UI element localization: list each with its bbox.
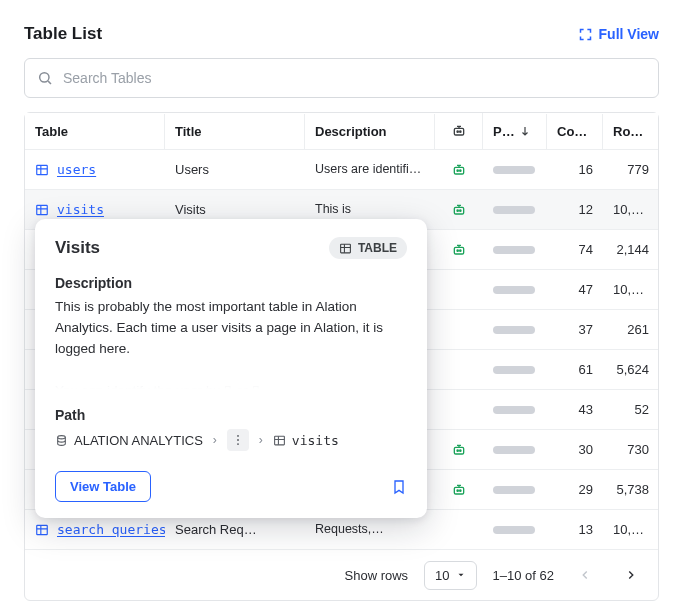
robot-icon: [451, 162, 467, 178]
search-icon: [37, 70, 53, 86]
col-description[interactable]: Description: [305, 114, 435, 149]
cols-cell: 37: [547, 312, 603, 347]
svg-point-13: [457, 250, 458, 251]
popularity-cell: [483, 476, 547, 504]
popularity-cell: [483, 396, 547, 424]
col-popularity[interactable]: P…: [483, 114, 547, 149]
bookmark-button[interactable]: [391, 478, 407, 496]
svg-point-16: [457, 450, 458, 451]
popularity-cell: [483, 196, 547, 224]
search-box[interactable]: [24, 58, 659, 98]
rows-cell: 5,738: [603, 472, 659, 507]
view-table-button[interactable]: View Table: [55, 471, 151, 502]
popularity-cell: [483, 276, 547, 304]
robot-icon: [451, 482, 467, 498]
svg-point-11: [460, 210, 461, 211]
svg-point-20: [460, 490, 461, 491]
svg-point-24: [237, 435, 239, 437]
popover-title: Visits: [55, 238, 100, 258]
page-size-select[interactable]: 10: [424, 561, 476, 590]
col-table[interactable]: Table: [25, 114, 165, 149]
robot-icon: [451, 202, 467, 218]
svg-point-3: [459, 131, 460, 132]
cols-cell: 47: [547, 272, 603, 307]
rows-cell: 10,000: [603, 192, 659, 227]
chevron-right-icon: ›: [213, 433, 217, 447]
table-header: Table Title Description P… Co… Ro…: [25, 113, 658, 150]
svg-point-0: [40, 73, 49, 82]
bot-indicator: [435, 320, 483, 340]
preview-popover: Visits TABLE Description This is probabl…: [35, 219, 427, 518]
rows-cell: 2,144: [603, 232, 659, 267]
svg-rect-4: [37, 165, 48, 174]
table-footer: Show rows 10 1–10 of 62: [25, 550, 658, 600]
page-range: 1–10 of 62: [493, 568, 554, 583]
bot-indicator: [435, 192, 483, 228]
popularity-cell: [483, 156, 547, 184]
rows-cell: 779: [603, 152, 659, 187]
object-type-chip: TABLE: [329, 237, 407, 259]
cols-cell: 16: [547, 152, 603, 187]
path-heading: Path: [55, 407, 407, 423]
page-size-value: 10: [435, 568, 449, 583]
table-name-link[interactable]: users: [25, 152, 165, 187]
chip-label: TABLE: [358, 241, 397, 255]
robot-icon: [451, 123, 467, 139]
table-row[interactable]: usersUsersUsers are identified b…16779: [25, 150, 658, 190]
data-table: Table Title Description P… Co… Ro… users…: [24, 112, 659, 601]
cols-cell: 61: [547, 352, 603, 387]
rows-cell: 730: [603, 432, 659, 467]
col-title[interactable]: Title: [165, 114, 305, 149]
cols-cell: 13: [547, 512, 603, 547]
rows-cell: 5,624: [603, 352, 659, 387]
svg-point-6: [457, 170, 458, 171]
col-bot[interactable]: [435, 113, 483, 149]
popularity-cell: [483, 516, 547, 544]
expand-icon: [578, 27, 593, 42]
svg-point-14: [460, 250, 461, 251]
rows-cell: 10,000: [603, 512, 659, 547]
svg-point-26: [237, 443, 239, 445]
robot-icon: [451, 442, 467, 458]
description-heading: Description: [55, 275, 407, 291]
bot-indicator: [435, 400, 483, 420]
sort-down-icon: [519, 125, 531, 137]
table-icon: [339, 242, 352, 255]
path-database[interactable]: ALATION ANALYTICS: [55, 433, 203, 448]
table-desc: Users are identified b…: [305, 151, 435, 187]
svg-point-23: [58, 435, 66, 438]
table-icon: [35, 523, 49, 537]
popularity-cell: [483, 356, 547, 384]
prev-page-button[interactable]: [570, 560, 600, 590]
cols-cell: 43: [547, 392, 603, 427]
table-icon: [273, 434, 286, 447]
bot-indicator: [435, 152, 483, 188]
table-icon: [35, 163, 49, 177]
bot-indicator: [435, 360, 483, 380]
full-view-button[interactable]: Full View: [578, 26, 659, 42]
next-page-button[interactable]: [616, 560, 646, 590]
bot-indicator: [435, 472, 483, 508]
col-cols[interactable]: Co…: [547, 114, 603, 149]
popularity-cell: [483, 236, 547, 264]
bot-indicator: [435, 232, 483, 268]
path-table[interactable]: visits: [273, 433, 339, 448]
bot-indicator: [435, 520, 483, 540]
rows-cell: 261: [603, 312, 659, 347]
table-title: Users: [165, 152, 305, 187]
show-rows-label: Show rows: [345, 568, 409, 583]
search-input[interactable]: [61, 69, 646, 87]
database-icon: [55, 434, 68, 447]
cols-cell: 74: [547, 232, 603, 267]
path-more-button[interactable]: [227, 429, 249, 451]
svg-rect-27: [274, 436, 284, 445]
svg-rect-21: [37, 525, 48, 534]
cols-cell: 29: [547, 472, 603, 507]
col-rows[interactable]: Ro…: [603, 114, 659, 149]
table-icon: [35, 203, 49, 217]
rows-cell: 10,000: [603, 272, 659, 307]
svg-point-17: [460, 450, 461, 451]
breadcrumb: ALATION ANALYTICS › › visits: [55, 429, 407, 451]
full-view-label: Full View: [599, 26, 659, 42]
svg-point-19: [457, 490, 458, 491]
